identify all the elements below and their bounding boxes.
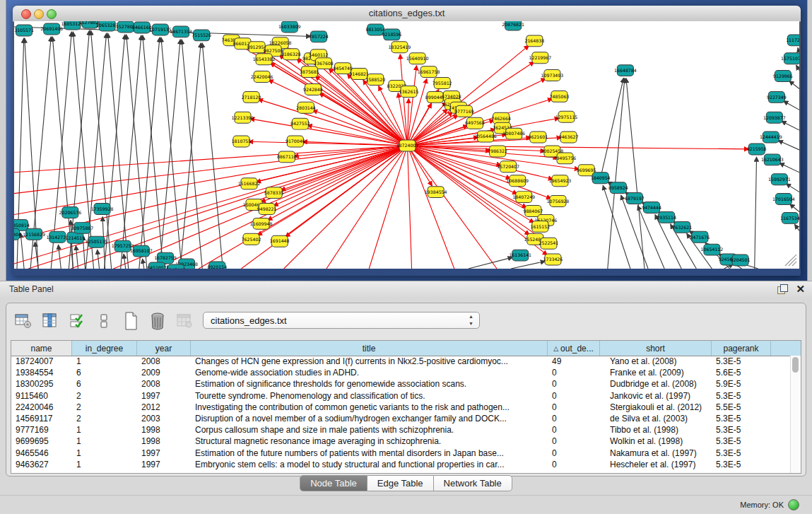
graph-node[interactable]: 16958107 [130, 245, 153, 257]
graph-node[interactable]: 1733426 [543, 254, 563, 265]
float-panel-icon[interactable] [777, 284, 788, 295]
graph-node[interactable]: 18407249 [512, 192, 535, 203]
column-header-pagerank[interactable]: pagerank [712, 341, 771, 356]
graph-node[interactable]: 8958924 [608, 182, 628, 194]
graph-node[interactable]: 6497568 [465, 117, 485, 129]
graph-node[interactable]: 1615152 [530, 221, 550, 232]
graph-node[interactable]: 7632621 [672, 221, 692, 233]
graph-node[interactable]: 19654923 [549, 175, 572, 187]
graph-node[interactable]: 6879197 [625, 193, 645, 204]
graph-node[interactable]: 8867110 [277, 151, 297, 163]
tab-network-table[interactable]: Network Table [434, 475, 512, 491]
graph-node[interactable]: 18325419 [389, 42, 411, 53]
graph-node[interactable]: 7857224 [309, 31, 329, 42]
graph-node[interactable]: 8451057 [147, 262, 167, 269]
graph-node[interactable]: 10653287 [96, 21, 119, 31]
graph-node[interactable]: 20876821 [502, 21, 524, 30]
graph-node[interactable]: 19384554 [425, 187, 447, 198]
graph-node[interactable]: 10756928 [547, 196, 570, 207]
graph-node[interactable]: 16210643 [761, 154, 784, 165]
graph-node[interactable]: 11609948 [250, 218, 273, 229]
graph-node[interactable]: 15166822 [238, 178, 261, 189]
table-selector-dropdown[interactable]: citations_edges.txt ▲▼ [203, 312, 480, 329]
graph-node[interactable]: 19495756 [554, 153, 577, 164]
graph-node[interactable]: 1691448 [270, 235, 290, 247]
graph-node[interactable]: 16033809 [278, 21, 301, 33]
table-row[interactable]: 1872400712008Changes of HCN gene express… [11, 356, 791, 367]
graph-node[interactable]: 10688609 [506, 175, 529, 187]
graph-node[interactable]: 1117234 [786, 35, 799, 46]
graph-node[interactable]: 16136141 [509, 250, 531, 261]
graph-node[interactable]: 7986322 [488, 146, 507, 157]
graph-node[interactable]: 9498221 [257, 204, 277, 215]
graph-node[interactable]: 16648784 [614, 65, 637, 76]
graph-node[interactable]: 1840954 [591, 173, 611, 184]
graph-hub-node[interactable]: 18724007 [396, 140, 419, 151]
graph-node[interactable]: 2718120 [242, 91, 261, 103]
graph-node[interactable]: 12505135 [86, 236, 108, 247]
graph-node[interactable]: 2164838 [524, 35, 544, 47]
tab-node-table[interactable]: Node Table [300, 475, 367, 491]
graph-node[interactable]: 8215958 [747, 144, 767, 155]
graph-node[interactable]: 8427552 [290, 118, 310, 129]
graph-node[interactable]: 12156829 [23, 228, 45, 240]
graph-node[interactable]: 7485063 [550, 90, 570, 102]
table-settings-icon[interactable] [13, 311, 33, 331]
graph-node[interactable]: 9218596 [382, 29, 402, 40]
graph-node[interactable]: 17016504 [772, 194, 795, 205]
graph-node[interactable]: 20206576 [59, 207, 82, 218]
graph-node[interactable]: 3105571 [14, 25, 34, 36]
graph-node[interactable]: 1167534 [780, 212, 799, 223]
graph-node[interactable]: 10654112 [701, 244, 724, 255]
graph-node[interactable]: 9474444 [642, 202, 661, 214]
graph-node[interactable]: 15640910 [406, 53, 429, 64]
table-row[interactable]: 1456911722003Disruption of a novel membe… [11, 413, 791, 424]
graph-node[interactable]: 7515526 [192, 30, 211, 41]
graph-node[interactable]: 8471676 [690, 231, 710, 243]
column-header-out_de[interactable]: △out_de... [548, 341, 600, 356]
table-vertical-scrollbar[interactable] [790, 356, 801, 473]
graph-node[interactable]: 12975115 [555, 111, 578, 122]
citation-network-graph[interactable]: 3105571206914061605312815278021106532871… [14, 21, 799, 269]
stacked-rows-icon[interactable] [94, 311, 114, 331]
graph-node[interactable]: 7955812 [433, 78, 452, 89]
new-document-icon[interactable] [121, 311, 141, 331]
graph-node[interactable]: 1362615 [399, 86, 419, 97]
graph-node[interactable]: 10719135 [149, 24, 172, 35]
table-row[interactable]: 946554611997Estimation of the future num… [11, 448, 791, 459]
graph-node[interactable]: 1588520 [365, 74, 385, 86]
graph-node[interactable]: 9129966 [773, 71, 793, 82]
graph-node[interactable]: 22420046 [251, 71, 273, 83]
table-row[interactable]: 2242004622012Investigating the contribut… [11, 402, 791, 413]
memory-ok-indicator-icon[interactable] [788, 499, 799, 510]
graph-node[interactable]: 2522541 [539, 238, 559, 249]
graph-node[interactable]: 2935114 [657, 211, 676, 223]
graph-node[interactable]: 12219967 [529, 52, 552, 64]
graph-node[interactable]: 15992971 [768, 174, 791, 185]
graph-node[interactable]: 16543382 [253, 54, 276, 65]
network-window[interactable]: citations_edges.txt 31055712069140616053… [13, 6, 801, 276]
graph-node[interactable]: 15720407 [497, 161, 519, 173]
graph-node[interactable]: 9777169 [454, 105, 474, 117]
network-window-titlebar[interactable]: citations_edges.txt [13, 6, 801, 22]
graph-node[interactable]: 17359928 [91, 204, 114, 215]
graph-node[interactable]: 8186328 [281, 49, 301, 60]
graph-node[interactable]: 2803144 [296, 102, 316, 113]
delete-table-icon[interactable] [148, 311, 167, 331]
column-header-in_degree[interactable]: in_degree [72, 341, 137, 356]
scrollbar-thumb[interactable] [792, 357, 799, 373]
table-row[interactable]: 946362711997Embryonic stem cells: a mode… [11, 459, 791, 470]
network-view-canvas[interactable]: 3105571206914061605312815278021106532871… [14, 21, 799, 269]
graph-node[interactable]: 30975887 [71, 222, 94, 233]
table-row[interactable]: 969969511998Structural magnetic resonanc… [11, 436, 791, 447]
table-row[interactable]: 1938455462009Genome-wide association stu… [11, 367, 791, 378]
graph-node[interactable]: 20691406 [40, 23, 63, 35]
graph-node[interactable]: 7625402 [242, 233, 261, 245]
graph-node[interactable]: 8920154 [207, 262, 227, 269]
column-header-title[interactable]: title [191, 341, 548, 356]
graph-node[interactable]: 20564486 [474, 131, 497, 142]
graph-node[interactable]: 12213399 [232, 112, 254, 123]
graph-node[interactable]: 15751074 [781, 53, 799, 64]
graph-node[interactable]: 10973493 [541, 70, 564, 81]
column-header-name[interactable]: name [11, 341, 72, 356]
